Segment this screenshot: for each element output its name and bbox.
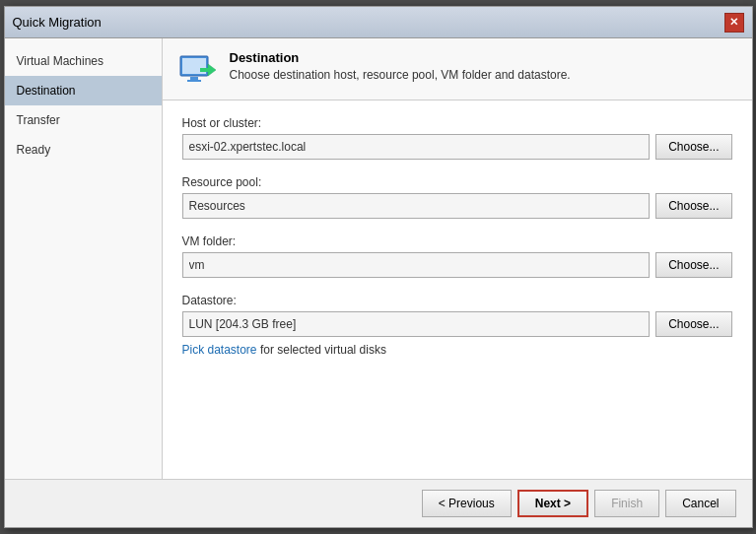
datastore-label: Datastore:	[182, 294, 732, 307]
resource-pool-label: Resource pool:	[182, 175, 732, 189]
quick-migration-dialog: Quick Migration ✕ Virtual Machines Desti…	[4, 6, 753, 528]
host-label: Host or cluster:	[182, 116, 732, 130]
main-content: Destination Choose destination host, res…	[163, 38, 752, 479]
title-bar: Quick Migration ✕	[5, 7, 752, 38]
host-choose-button[interactable]: Choose...	[655, 134, 731, 160]
sidebar-item-destination[interactable]: Destination	[5, 76, 162, 105]
resource-pool-choose-button[interactable]: Choose...	[655, 193, 731, 219]
resource-pool-field-group: Resource pool: Choose...	[182, 175, 732, 219]
pick-datastore-container: Pick datastore for selected virtual disk…	[182, 343, 732, 357]
datastore-row: Choose...	[182, 311, 732, 337]
host-input[interactable]	[182, 134, 651, 160]
resource-pool-row: Choose...	[182, 193, 732, 219]
sidebar: Virtual Machines Destination Transfer Re…	[5, 38, 163, 479]
svg-rect-2	[190, 77, 198, 80]
finish-button[interactable]: Finish	[594, 490, 659, 517]
svg-rect-3	[187, 80, 201, 82]
svg-marker-4	[208, 64, 216, 76]
sidebar-item-transfer[interactable]: Transfer	[5, 105, 162, 135]
next-button[interactable]: Next >	[517, 490, 588, 517]
header-section: Destination Choose destination host, res…	[163, 38, 752, 100]
dialog-body: Virtual Machines Destination Transfer Re…	[5, 38, 752, 479]
section-title: Destination	[230, 50, 571, 65]
host-row: Choose...	[182, 134, 732, 160]
vm-folder-row: Choose...	[182, 252, 732, 278]
cancel-button[interactable]: Cancel	[665, 490, 735, 517]
close-button[interactable]: ✕	[724, 13, 744, 33]
footer: < Previous Next > Finish Cancel	[5, 479, 752, 527]
vm-folder-field-group: VM folder: Choose...	[182, 234, 732, 278]
host-field-group: Host or cluster: Choose...	[182, 116, 732, 160]
sidebar-item-virtual-machines[interactable]: Virtual Machines	[5, 46, 162, 76]
sidebar-item-ready[interactable]: Ready	[5, 135, 162, 165]
datastore-input[interactable]	[182, 311, 651, 337]
vm-folder-input[interactable]	[182, 252, 651, 278]
vm-folder-label: VM folder:	[182, 234, 732, 248]
resource-pool-input[interactable]	[182, 193, 651, 219]
svg-rect-5	[200, 68, 209, 72]
dialog-title: Quick Migration	[13, 15, 102, 30]
form-section: Host or cluster: Choose... Resource pool…	[163, 100, 752, 479]
section-description: Choose destination host, resource pool, …	[230, 68, 571, 82]
vm-folder-choose-button[interactable]: Choose...	[655, 252, 731, 278]
pick-datastore-link[interactable]: Pick datastore	[182, 343, 257, 357]
datastore-field-group: Datastore: Choose... Pick datastore for …	[182, 294, 732, 357]
previous-button[interactable]: < Previous	[422, 490, 512, 517]
datastore-choose-button[interactable]: Choose...	[655, 311, 731, 337]
migration-icon	[178, 50, 218, 90]
pick-datastore-suffix: for selected virtual disks	[257, 343, 386, 357]
header-text: Destination Choose destination host, res…	[230, 50, 571, 82]
